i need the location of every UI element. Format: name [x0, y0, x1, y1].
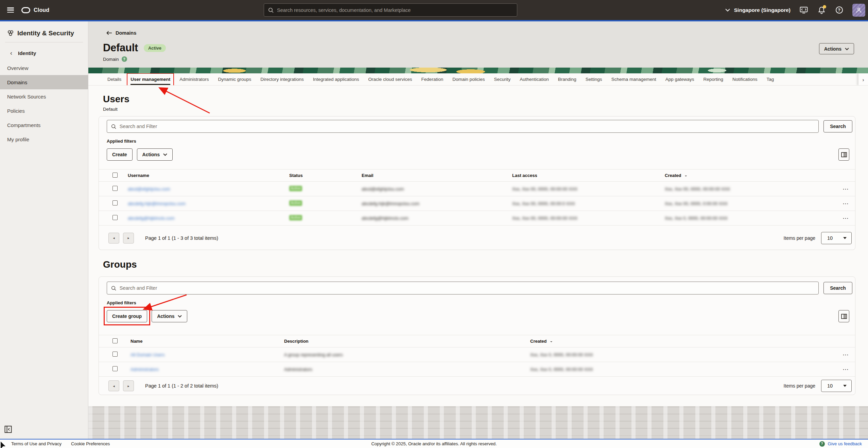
sidebar-title: Identity & Security [17, 30, 74, 37]
row-actions-menu[interactable]: ··· [837, 186, 855, 192]
sidebar-item-network-sources[interactable]: Network Sources [0, 89, 88, 104]
region-selector[interactable]: Singapore (Singapore) [725, 7, 791, 13]
resource-type-label: Domain [103, 57, 119, 62]
tab-user-management[interactable]: User management [131, 73, 170, 86]
tab-domain-policies[interactable]: Domain policies [452, 73, 485, 86]
users-column-settings-button[interactable] [838, 148, 849, 161]
items-per-page-select[interactable]: 10 [821, 380, 852, 392]
cookie-preferences-link[interactable]: Cookie Preferences [71, 441, 110, 446]
tab-tags[interactable]: Tag [767, 73, 774, 86]
row-checkbox[interactable] [112, 200, 118, 205]
breadcrumb[interactable]: Domains [106, 30, 136, 36]
help-icon[interactable]: ? [835, 6, 844, 15]
group-name-link-redacted[interactable]: All Domain Users [131, 352, 284, 357]
page-actions-button[interactable]: Actions [819, 43, 854, 54]
tab-federation[interactable]: Federation [421, 73, 444, 86]
tab-reporting[interactable]: Reporting [704, 73, 724, 86]
cloud-shell-icon[interactable] [799, 6, 808, 15]
tab-app-gateways[interactable]: App gateways [665, 73, 694, 86]
sort-chevron-icon: ⌄ [684, 174, 687, 177]
tab-content: Users Default Search Applied filters Cre… [88, 86, 868, 406]
footer: Terms of Use and Privacy Cookie Preferen… [0, 439, 868, 448]
oracle-cloud-brand[interactable]: Cloud [21, 7, 49, 13]
sidebar-item-overview[interactable]: Overview [0, 61, 88, 75]
items-per-page-label: Items per page [784, 235, 815, 241]
col-created-label: Created [665, 173, 681, 178]
user-avatar[interactable] [852, 4, 865, 17]
sidebar-item-compartments[interactable]: Compartments [0, 118, 88, 132]
users-create-button[interactable]: Create [107, 148, 133, 161]
tab-integrated-applications[interactable]: Integrated applications [313, 73, 359, 86]
users-search-button[interactable]: Search [823, 120, 852, 132]
pagination-summary: Page 1 of 1 (1 - 2 of 2 total items) [145, 383, 218, 389]
select-all-checkbox[interactable] [112, 338, 118, 343]
items-per-page-value: 10 [827, 383, 833, 389]
row-checkbox[interactable] [112, 186, 118, 191]
sidebar-item-domains[interactable]: Domains [0, 75, 88, 89]
tab-scroll-right-chevron[interactable]: › [858, 73, 868, 86]
row-checkbox[interactable] [112, 366, 118, 371]
status-pill-redacted: Active [289, 200, 302, 206]
groups-table-header: Name Description Created ⌄ [99, 335, 855, 347]
select-all-checkbox[interactable] [112, 173, 118, 178]
row-actions-menu[interactable]: ··· [837, 201, 855, 206]
feedback-link[interactable]: Give us feedback [828, 441, 862, 446]
global-search-bar[interactable] [264, 3, 517, 17]
col-created-sort[interactable]: Created ⌄ [665, 173, 837, 178]
groups-column-settings-button[interactable] [838, 310, 849, 322]
users-table-row: abcdefg@hijklmclo.com Active abcdefg@hij… [99, 211, 855, 226]
notifications-bell-icon[interactable] [817, 6, 826, 15]
groups-search-input[interactable] [120, 285, 814, 291]
tab-notifications[interactable]: Notifications [732, 73, 758, 86]
collapse-sidebar-icon[interactable] [4, 426, 12, 434]
sidebar-item-my-profile[interactable]: My profile [0, 132, 88, 146]
col-created-label: Created [530, 339, 546, 344]
create-group-button[interactable]: Create group [107, 310, 147, 322]
group-name-link-redacted[interactable]: Administrators [131, 367, 284, 372]
prev-page-button[interactable]: ◂ [108, 233, 119, 244]
tab-directory-integrations[interactable]: Directory integrations [260, 73, 304, 86]
col-created-sort[interactable]: Created ⌄ [530, 339, 837, 344]
username-link-redacted[interactable]: abcdefg.hijk@lmnopclou.com [128, 201, 289, 206]
tab-schema-management[interactable]: Schema management [611, 73, 656, 86]
groups-pagination: ◂ ▸ Page 1 of 1 (1 - 2 of 2 total items)… [99, 377, 855, 395]
row-actions-menu[interactable]: ··· [837, 216, 855, 221]
tab-administrators[interactable]: Administrators [179, 73, 209, 86]
next-page-button[interactable]: ▸ [123, 380, 134, 391]
groups-search-button[interactable]: Search [823, 282, 852, 294]
tab-oracle-cloud-services[interactable]: Oracle cloud services [368, 73, 412, 86]
row-checkbox[interactable] [112, 352, 118, 357]
sidebar-back-identity[interactable]: ‹ Identity [0, 42, 88, 56]
tab-security[interactable]: Security [494, 73, 510, 86]
items-per-page-select[interactable]: 10 [821, 232, 852, 244]
row-actions-menu[interactable]: ··· [837, 367, 855, 372]
groups-applied-filters-label: Applied filters [107, 300, 855, 305]
terms-link[interactable]: Terms of Use and Privacy [11, 441, 62, 446]
tab-dynamic-groups[interactable]: Dynamic groups [218, 73, 251, 86]
users-search-input[interactable] [120, 124, 814, 129]
hamburger-menu-icon[interactable] [7, 7, 14, 13]
row-actions-menu[interactable]: ··· [837, 352, 855, 357]
users-table: Username Status Email Last access Create… [99, 169, 855, 226]
prev-page-button[interactable]: ◂ [108, 380, 119, 391]
tab-branding[interactable]: Branding [558, 73, 576, 86]
domain-help-icon[interactable]: ? [122, 56, 127, 62]
next-page-button[interactable]: ▸ [123, 233, 134, 244]
copyright-text: Copyright © 2025, Oracle and/or its affi… [0, 441, 868, 446]
created-redacted: Xxx, Xxx 00, 0000, 0:00:00 XXX [665, 201, 837, 206]
groups-actions-button[interactable]: Actions [152, 310, 187, 322]
sidebar-item-policies[interactable]: Policies [0, 104, 88, 118]
groups-search-box[interactable] [107, 282, 819, 294]
group-description-redacted: A group representing all users [284, 352, 530, 357]
global-search-input[interactable] [277, 7, 513, 13]
username-link-redacted[interactable]: abcdefg@hijklmclo.com [128, 216, 289, 221]
row-checkbox[interactable] [112, 215, 118, 220]
tab-details[interactable]: Details [107, 73, 121, 86]
users-search-box[interactable] [107, 120, 819, 133]
search-icon [111, 124, 116, 129]
chevron-left-icon: ‹ [10, 50, 12, 56]
username-link-redacted[interactable]: abcd@efghijclou.com [128, 186, 289, 192]
users-actions-button[interactable]: Actions [137, 148, 173, 161]
tab-settings[interactable]: Settings [586, 73, 602, 86]
tab-authentication[interactable]: Authentication [520, 73, 549, 86]
